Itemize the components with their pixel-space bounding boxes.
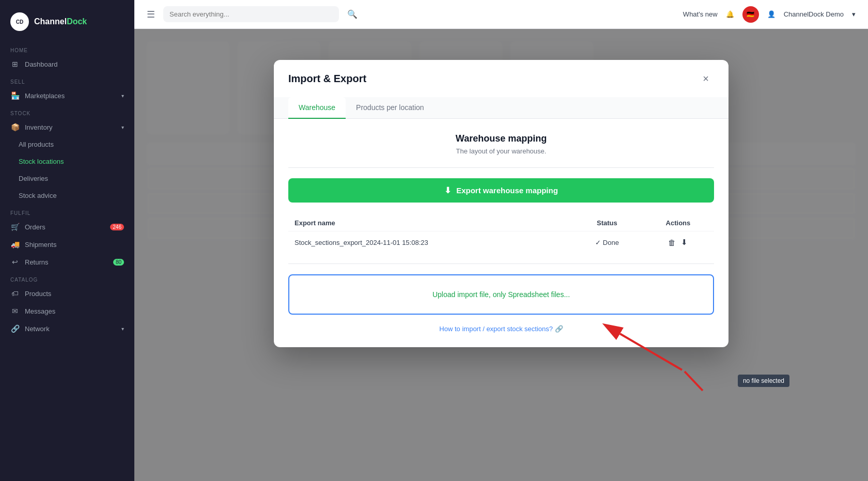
sidebar-section-stock: Stock bbox=[0, 104, 134, 118]
modal-body: Warehouse mapping The layout of your war… bbox=[274, 119, 729, 347]
download-file-icon[interactable]: ⬇ bbox=[681, 238, 688, 247]
messages-icon: ✉ bbox=[10, 307, 20, 315]
stockadvice-label: Stock advice bbox=[19, 192, 57, 199]
user-name: ChannelDock Demo bbox=[784, 10, 844, 18]
check-icon: ✓ bbox=[595, 239, 601, 246]
modal-header: Import & Export × bbox=[274, 60, 729, 97]
col-header-actions: Actions bbox=[642, 215, 714, 231]
bell-icon[interactable]: 🔔 bbox=[726, 10, 734, 18]
stocklocations-label: Stock locations bbox=[19, 158, 64, 165]
allproducts-label: All products bbox=[19, 141, 54, 148]
sidebar-item-orders[interactable]: 🛒 Orders 246 bbox=[0, 218, 134, 236]
export-button-label: Export warehouse mapping bbox=[456, 186, 558, 195]
logo-text: ChannelDock bbox=[34, 17, 87, 26]
sidebar-item-deliveries[interactable]: Deliveries bbox=[0, 170, 134, 187]
user-icon[interactable]: 👤 bbox=[767, 10, 776, 18]
sidebar-item-products[interactable]: 🏷 Products bbox=[0, 285, 134, 302]
modal-close-button[interactable]: × bbox=[698, 70, 714, 87]
logo[interactable]: CD ChannelDock bbox=[0, 8, 134, 41]
sidebar-item-stockadvice[interactable]: Stock advice bbox=[0, 187, 134, 204]
section-subtitle: The layout of your warehouse. bbox=[288, 147, 714, 155]
action-icons: 🗑 ⬇ bbox=[648, 238, 708, 247]
section-title: Warehouse mapping bbox=[288, 133, 714, 144]
whats-new-label[interactable]: What's new bbox=[683, 10, 718, 18]
status-label: Done bbox=[603, 239, 619, 246]
shipments-icon: 🚚 bbox=[10, 240, 20, 249]
export-warehouse-button[interactable]: ⬇ Export warehouse mapping bbox=[288, 178, 714, 203]
sidebar-section-catalog: Catalog bbox=[0, 271, 134, 285]
col-header-status: Status bbox=[572, 215, 642, 231]
sidebar-item-returns[interactable]: ↩ Returns 80 bbox=[0, 253, 134, 271]
sidebar-item-dashboard[interactable]: ⊞ Dashboard bbox=[0, 55, 134, 73]
messages-label: Messages bbox=[25, 307, 55, 315]
download-icon: ⬇ bbox=[444, 185, 451, 195]
tab-products-per-location[interactable]: Products per location bbox=[346, 97, 435, 119]
sidebar-section-home: Home bbox=[0, 41, 134, 55]
sidebar-section-fulfil: Fulfil bbox=[0, 204, 134, 218]
tab-warehouse[interactable]: Warehouse bbox=[288, 97, 346, 119]
marketplaces-icon: 🏪 bbox=[10, 91, 20, 100]
user-chevron[interactable]: ▾ bbox=[852, 10, 856, 18]
shipments-label: Shipments bbox=[25, 241, 56, 249]
svg-line-2 bbox=[685, 371, 703, 391]
main-content: ☰ 🔍 What's new 🔔 🇩🇪 👤 ChannelDock Demo ▾ bbox=[134, 0, 868, 481]
returns-badge: 80 bbox=[113, 259, 124, 266]
search-icon: 🔍 bbox=[347, 9, 358, 19]
upload-link-text: Upload import file, only Spreadsheet fil… bbox=[432, 290, 570, 299]
sidebar-item-stocklocations[interactable]: Stock locations bbox=[0, 153, 134, 170]
menu-icon[interactable]: ☰ bbox=[147, 9, 155, 20]
chevron-icon: ▾ bbox=[121, 326, 124, 332]
status-done: ✓ Done bbox=[578, 239, 636, 246]
chevron-icon: ▾ bbox=[121, 93, 124, 99]
chevron-icon: ▾ bbox=[121, 125, 124, 130]
divider-1 bbox=[288, 167, 714, 168]
sidebar-item-shipments[interactable]: 🚚 Shipments bbox=[0, 236, 134, 253]
products-icon: 🏷 bbox=[10, 289, 20, 298]
content-area: Import & Export × Warehouse Products per… bbox=[134, 29, 868, 481]
upload-area[interactable]: Upload import file, only Spreadsheet fil… bbox=[288, 274, 714, 315]
products-label: Products bbox=[25, 290, 51, 298]
sidebar-item-marketplaces[interactable]: 🏪 Marketplaces ▾ bbox=[0, 87, 134, 104]
orders-badge: 246 bbox=[110, 224, 124, 230]
network-label: Network bbox=[25, 325, 50, 333]
search-input[interactable] bbox=[163, 6, 339, 22]
topbar-right: What's new 🔔 🇩🇪 👤 ChannelDock Demo ▾ bbox=[683, 6, 856, 23]
inventory-icon: 📦 bbox=[10, 123, 20, 131]
modal-overlay: Import & Export × Warehouse Products per… bbox=[134, 29, 868, 481]
col-header-export-name: Export name bbox=[288, 215, 572, 231]
sidebar-item-messages[interactable]: ✉ Messages bbox=[0, 302, 134, 320]
topbar: ☰ 🔍 What's new 🔔 🇩🇪 👤 ChannelDock Demo ▾ bbox=[134, 0, 868, 29]
sidebar-item-inventory[interactable]: 📦 Inventory ▾ bbox=[0, 118, 134, 136]
network-icon: 🔗 bbox=[10, 324, 20, 333]
export-name-cell: Stock_sections_export_2024-11-01 15:08:2… bbox=[288, 231, 572, 254]
actions-cell: 🗑 ⬇ bbox=[642, 231, 714, 254]
table-row: Stock_sections_export_2024-11-01 15:08:2… bbox=[288, 231, 714, 254]
delete-icon[interactable]: 🗑 bbox=[668, 238, 676, 247]
help-link[interactable]: How to import / export stock sections? 🔗 bbox=[288, 325, 714, 333]
dashboard-icon: ⊞ bbox=[10, 60, 20, 68]
import-export-modal: Import & Export × Warehouse Products per… bbox=[274, 60, 729, 347]
modal-tabs: Warehouse Products per location bbox=[274, 97, 729, 119]
no-file-tooltip: no file selected bbox=[738, 375, 789, 387]
status-cell: ✓ Done bbox=[572, 231, 642, 254]
returns-label: Returns bbox=[25, 258, 49, 266]
orders-icon: 🛒 bbox=[10, 223, 20, 231]
sidebar-item-label: Dashboard bbox=[25, 60, 58, 68]
logo-icon: CD bbox=[10, 12, 29, 31]
deliveries-label: Deliveries bbox=[19, 175, 48, 182]
sidebar-item-label: Marketplaces bbox=[25, 92, 65, 100]
sidebar-item-label: Inventory bbox=[25, 123, 52, 131]
avatar[interactable]: 🇩🇪 bbox=[742, 6, 759, 23]
orders-label: Orders bbox=[25, 223, 45, 231]
export-table: Export name Status Actions Stock_section… bbox=[288, 215, 714, 253]
divider-2 bbox=[288, 263, 714, 264]
sidebar: CD ChannelDock Home ⊞ Dashboard Sell 🏪 M… bbox=[0, 0, 134, 481]
returns-icon: ↩ bbox=[10, 258, 20, 266]
modal-title: Import & Export bbox=[288, 73, 366, 85]
sidebar-section-sell: Sell bbox=[0, 73, 134, 87]
sidebar-item-allproducts[interactable]: All products bbox=[0, 136, 134, 153]
sidebar-item-network[interactable]: 🔗 Network ▾ bbox=[0, 320, 134, 337]
